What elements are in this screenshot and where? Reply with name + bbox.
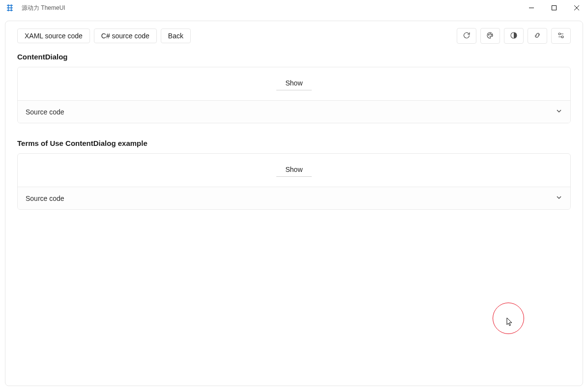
source-code-expander[interactable]: Source code	[18, 187, 570, 209]
csharp-source-button[interactable]: C# source code	[94, 28, 157, 43]
settings-icon	[557, 31, 565, 41]
svg-rect-0	[552, 6, 557, 10]
svg-point-1	[488, 34, 489, 35]
toolbar: XAML source code C# source code Back	[17, 28, 571, 44]
palette-icon	[486, 31, 494, 41]
maximize-button[interactable]	[543, 0, 565, 16]
refresh-button[interactable]	[457, 28, 476, 44]
section-terms-contentdialog: Terms of Use ContentDialog example Show …	[17, 139, 571, 210]
contrast-icon	[510, 31, 518, 41]
expander-label: Source code	[26, 108, 556, 116]
show-button[interactable]: Show	[276, 164, 311, 177]
close-button[interactable]	[565, 0, 588, 16]
chevron-down-icon	[556, 194, 562, 202]
show-button[interactable]: Show	[276, 77, 311, 90]
expander-label: Source code	[26, 195, 556, 202]
section-title: ContentDialog	[17, 53, 571, 61]
content-frame: XAML source code C# source code Back	[5, 21, 583, 386]
section-title: Terms of Use ContentDialog example	[17, 139, 571, 147]
refresh-icon	[463, 31, 470, 41]
link-button[interactable]	[528, 28, 547, 44]
link-icon	[533, 31, 541, 41]
svg-point-3	[491, 34, 492, 35]
source-code-expander[interactable]: Source code	[18, 100, 570, 123]
card-body: Show	[18, 154, 570, 187]
palette-button[interactable]	[480, 28, 500, 44]
example-card: Show Source code	[17, 67, 571, 123]
section-contentdialog: ContentDialog Show Source code	[17, 53, 571, 123]
svg-point-5	[559, 33, 560, 35]
settings-button[interactable]	[551, 28, 571, 44]
example-card: Show Source code	[17, 153, 571, 210]
minimize-button[interactable]	[520, 0, 543, 16]
window-title: 源动力 ThemeUI	[22, 4, 65, 12]
app-icon	[6, 4, 14, 12]
back-button[interactable]: Back	[161, 28, 191, 43]
svg-point-2	[490, 33, 491, 34]
window-titlebar: 源动力 ThemeUI	[0, 0, 588, 16]
card-body: Show	[18, 67, 570, 100]
chevron-down-icon	[556, 108, 562, 116]
xaml-source-button[interactable]: XAML source code	[17, 28, 90, 43]
theme-toggle-button[interactable]	[504, 28, 524, 44]
svg-point-6	[561, 36, 563, 38]
